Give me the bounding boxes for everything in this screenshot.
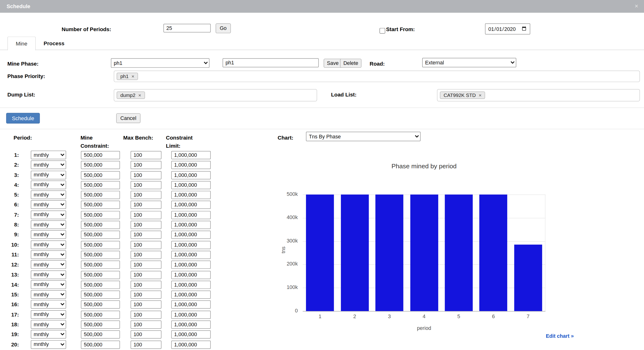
constraint-limit-input[interactable] [171,291,211,299]
max-bench-input[interactable] [130,291,162,299]
period-frequency-select[interactable]: mnthly [31,310,66,319]
mine-constraint-input[interactable] [81,291,120,299]
period-frequency-select[interactable]: mnthly [31,151,66,159]
start-from-checkbox[interactable] [380,28,385,34]
max-bench-input[interactable] [130,281,162,289]
max-bench-input[interactable] [130,191,162,199]
constraint-limit-input[interactable] [171,181,211,189]
start-date-input[interactable] [485,23,530,34]
period-frequency-select[interactable]: mnthly [31,191,66,199]
max-bench-input[interactable] [130,271,162,279]
constraint-limit-input[interactable] [171,191,211,199]
period-frequency-select[interactable]: mnthly [31,280,66,289]
mine-constraint-input[interactable] [81,161,120,169]
period-frequency-select[interactable]: mnthly [31,320,66,329]
mine-constraint-input[interactable] [81,341,120,349]
mine-phase-select[interactable]: ph1 [111,58,210,67]
close-icon[interactable]: × [635,2,638,9]
mine-constraint-input[interactable] [81,211,120,219]
save-button[interactable]: Save [324,59,342,68]
period-frequency-select[interactable]: mnthly [31,250,66,259]
constraint-limit-input[interactable] [171,171,211,179]
max-bench-input[interactable] [130,321,162,329]
period-frequency-select[interactable]: mnthly [31,270,66,279]
max-bench-input[interactable] [130,241,162,249]
mine-constraint-input[interactable] [81,191,120,199]
mine-constraint-input[interactable] [81,331,120,339]
max-bench-input[interactable] [130,161,162,169]
max-bench-input[interactable] [130,251,162,259]
remove-tag-icon[interactable]: × [138,93,141,98]
max-bench-input[interactable] [130,201,162,209]
period-frequency-select[interactable]: mnthly [31,210,66,219]
max-bench-input[interactable] [130,211,162,219]
constraint-limit-input[interactable] [171,331,211,339]
period-frequency-select[interactable]: mnthly [31,330,66,339]
max-bench-input[interactable] [130,221,162,229]
phase-priority-tagbox[interactable]: ph1 × [114,71,640,82]
constraint-limit-input[interactable] [171,211,211,219]
period-frequency-select[interactable]: mnthly [31,340,66,349]
load-list-tagbox[interactable]: CAT992K STD × [437,89,640,101]
period-frequency-select[interactable]: mnthly [31,200,66,209]
max-bench-input[interactable] [130,261,162,269]
period-frequency-select[interactable]: mnthly [31,290,66,299]
max-bench-input[interactable] [130,331,162,339]
period-frequency-select[interactable]: mnthly [31,240,66,249]
period-frequency-select[interactable]: mnthly [31,161,66,169]
period-frequency-select[interactable]: mnthly [31,230,66,239]
chart-type-select[interactable]: Tns By Phase [306,132,420,141]
remove-tag-icon[interactable]: × [479,93,482,98]
constraint-limit-input[interactable] [171,261,211,269]
cancel-button[interactable]: Cancel [116,113,140,123]
mine-constraint-input[interactable] [81,231,120,239]
period-frequency-select[interactable]: mnthly [31,260,66,269]
constraint-limit-input[interactable] [171,231,211,239]
remove-tag-icon[interactable]: × [132,74,134,79]
road-select[interactable]: External [422,58,516,67]
max-bench-input[interactable] [130,301,162,309]
max-bench-input[interactable] [130,171,162,179]
mine-constraint-input[interactable] [81,221,120,229]
period-frequency-select[interactable]: mnthly [31,181,66,189]
max-bench-input[interactable] [130,151,162,159]
mine-constraint-input[interactable] [81,241,120,249]
period-frequency-select[interactable]: mnthly [31,221,66,229]
mine-constraint-input[interactable] [81,281,120,289]
mine-constraint-input[interactable] [81,321,120,329]
mine-constraint-input[interactable] [81,261,120,269]
max-bench-input[interactable] [130,231,162,239]
phase-name-input[interactable] [222,58,319,67]
period-frequency-select[interactable]: mnthly [31,300,66,309]
constraint-limit-input[interactable] [171,151,211,159]
number-of-periods-input[interactable] [164,24,210,32]
tab-mine[interactable]: Mine [8,37,36,50]
schedule-button[interactable]: Schedule [6,113,40,123]
mine-constraint-input[interactable] [81,301,120,309]
mine-constraint-input[interactable] [81,201,120,209]
constraint-limit-input[interactable] [171,251,211,259]
mine-constraint-input[interactable] [81,151,120,159]
dump-list-tagbox[interactable]: dump2 × [114,89,317,101]
go-button[interactable]: Go [216,23,231,33]
constraint-limit-input[interactable] [171,221,211,229]
constraint-limit-input[interactable] [171,241,211,249]
max-bench-input[interactable] [130,181,162,189]
mine-constraint-input[interactable] [81,311,120,319]
delete-button[interactable]: Delete [340,59,361,68]
mine-constraint-input[interactable] [81,251,120,259]
tab-process[interactable]: Process [36,37,72,50]
constraint-limit-input[interactable] [171,311,211,319]
period-frequency-select[interactable]: mnthly [31,170,66,179]
mine-constraint-input[interactable] [81,171,120,179]
mine-constraint-input[interactable] [81,271,120,279]
constraint-limit-input[interactable] [171,161,211,169]
constraint-limit-input[interactable] [171,341,211,349]
max-bench-input[interactable] [130,341,162,349]
edit-chart-link[interactable]: Edit chart » [534,333,574,339]
mine-constraint-input[interactable] [81,181,120,189]
constraint-limit-input[interactable] [171,301,211,309]
constraint-limit-input[interactable] [171,271,211,279]
constraint-limit-input[interactable] [171,201,211,209]
max-bench-input[interactable] [130,311,162,319]
